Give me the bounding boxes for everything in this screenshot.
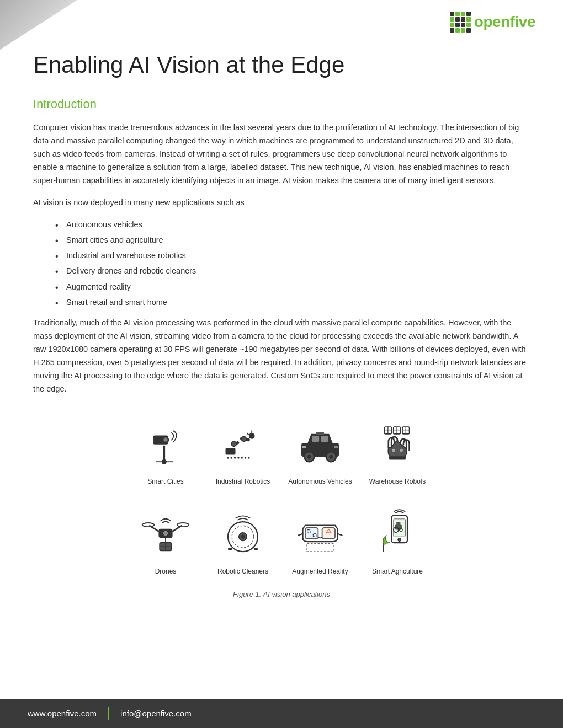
- svg-point-32: [392, 448, 395, 451]
- svg-point-56: [241, 534, 245, 538]
- logo-dot: [450, 23, 454, 27]
- icon-row-1: Smart Cities: [130, 413, 433, 487]
- logo-dot: [461, 12, 465, 16]
- logo-dot: [461, 28, 465, 33]
- svg-point-19: [245, 457, 247, 459]
- autonomous-vehicles-icon: [290, 413, 350, 473]
- page-title: Enabling AI Vision at the Edge: [33, 51, 530, 79]
- svg-line-13: [247, 433, 249, 435]
- svg-rect-66: [306, 544, 334, 552]
- footer-divider: [108, 707, 109, 720]
- bullet-item: Smart cities and agriculture: [55, 234, 530, 247]
- svg-point-9: [231, 441, 236, 446]
- svg-rect-22: [312, 436, 320, 442]
- svg-rect-29: [302, 446, 306, 448]
- icon-item-smart-cities: Smart Cities: [130, 413, 201, 487]
- drones-icon: [135, 502, 196, 563]
- svg-point-20: [248, 457, 250, 459]
- svg-line-65: [338, 534, 342, 536]
- svg-point-69: [398, 538, 401, 541]
- intro-paragraph-1: Computer vision has made tremendous adva…: [33, 121, 530, 188]
- logo-dot: [455, 23, 460, 27]
- icon-item-drones: Drones: [130, 502, 201, 577]
- logo-dot: [466, 23, 471, 27]
- logo-open: open: [474, 13, 510, 30]
- industrial-robotics-label: Industrial Robotics: [216, 477, 270, 487]
- figure-caption: Figure 1. AI vision applications: [233, 589, 330, 601]
- icon-item-autonomous-vehicles: Autonomous Vehicles: [284, 413, 356, 487]
- autonomous-vehicles-label: Autonomous Vehicles: [288, 477, 352, 487]
- warehouse-robots-label: Warehouse Robots: [369, 477, 426, 487]
- icon-item-augmented-reality: Augmented Reality: [284, 502, 356, 577]
- logo-dot: [450, 17, 454, 22]
- svg-point-27: [329, 454, 333, 458]
- bullet-item: Autonomous vehicles: [55, 218, 530, 231]
- svg-rect-0: [163, 445, 166, 460]
- smart-agriculture-label: Smart Agriculture: [372, 566, 423, 577]
- svg-point-33: [400, 448, 403, 451]
- icon-item-smart-agriculture: Smart Agriculture: [362, 502, 433, 577]
- svg-point-17: [237, 457, 240, 459]
- svg-point-15: [231, 457, 233, 459]
- svg-point-16: [234, 457, 236, 459]
- robotic-cleaners-icon: [213, 502, 273, 563]
- intro-paragraph-3: Traditionally, much of the AI vision pro…: [33, 317, 530, 396]
- logo-dot: [455, 28, 460, 33]
- intro-paragraph-2: AI vision is now deployed in many new ap…: [33, 196, 530, 210]
- logo-dot: [466, 17, 471, 22]
- svg-point-47: [177, 523, 189, 527]
- svg-rect-6: [226, 448, 236, 455]
- logo-five: five: [510, 13, 535, 30]
- logo-dot: [466, 28, 471, 33]
- logo-dot: [450, 28, 454, 33]
- svg-point-52: [163, 531, 167, 535]
- footer: www.openfive.com info@openfive.com: [0, 699, 563, 728]
- svg-point-11: [249, 433, 255, 439]
- icon-item-robotic-cleaners: Robotic Cleaners: [207, 502, 279, 577]
- bullet-item: Delivery drones and robotic cleaners: [55, 265, 530, 277]
- svg-rect-28: [316, 432, 324, 435]
- logo-text: openfive: [474, 10, 535, 35]
- logo-dot: [461, 23, 465, 27]
- svg-point-14: [227, 457, 229, 459]
- icon-row-2: Drones: [130, 502, 433, 577]
- svg-point-46: [142, 523, 155, 527]
- svg-rect-31: [389, 457, 406, 459]
- svg-rect-58: [254, 548, 258, 550]
- svg-rect-57: [228, 548, 232, 550]
- augmented-reality-label: Augmented Reality: [292, 566, 348, 577]
- svg-line-64: [298, 534, 302, 536]
- smart-cities-label: Smart Cities: [147, 477, 183, 487]
- logo: openfive: [450, 10, 535, 35]
- bullet-item: Industrial and warehouse robotics: [55, 249, 530, 262]
- smart-agriculture-icon: [367, 502, 428, 563]
- header: openfive: [0, 0, 563, 35]
- figure-container: Smart Cities: [33, 413, 530, 601]
- main-content: Enabling AI Vision at the Edge Introduct…: [0, 35, 563, 628]
- svg-rect-71: [396, 522, 400, 526]
- logo-dot: [450, 12, 454, 16]
- logo-dot: [455, 17, 460, 22]
- bullet-item: Smart retail and smart home: [55, 296, 530, 309]
- intro-heading: Introduction: [33, 94, 530, 114]
- svg-rect-30: [334, 446, 338, 448]
- logo-grid-icon: [450, 12, 471, 33]
- logo-dot: [466, 12, 471, 16]
- icon-item-warehouse-robots: Warehouse Robots: [362, 413, 433, 487]
- robotic-cleaners-label: Robotic Cleaners: [217, 566, 268, 577]
- footer-email: info@openfive.com: [120, 707, 192, 720]
- svg-rect-23: [321, 436, 328, 442]
- smart-cities-icon: [135, 413, 196, 473]
- drones-label: Drones: [155, 566, 177, 577]
- footer-website: www.openfive.com: [28, 707, 97, 720]
- svg-point-25: [307, 454, 311, 458]
- logo-dot: [461, 17, 465, 22]
- augmented-reality-icon: [290, 502, 350, 563]
- svg-point-10: [241, 436, 246, 441]
- applications-list: Autonomous vehiclesSmart cities and agri…: [55, 218, 530, 309]
- svg-rect-59: [305, 528, 318, 539]
- industrial-robotics-icon: [213, 413, 273, 473]
- svg-point-18: [241, 457, 243, 459]
- warehouse-robots-icon: [367, 413, 428, 473]
- logo-dot: [455, 12, 460, 16]
